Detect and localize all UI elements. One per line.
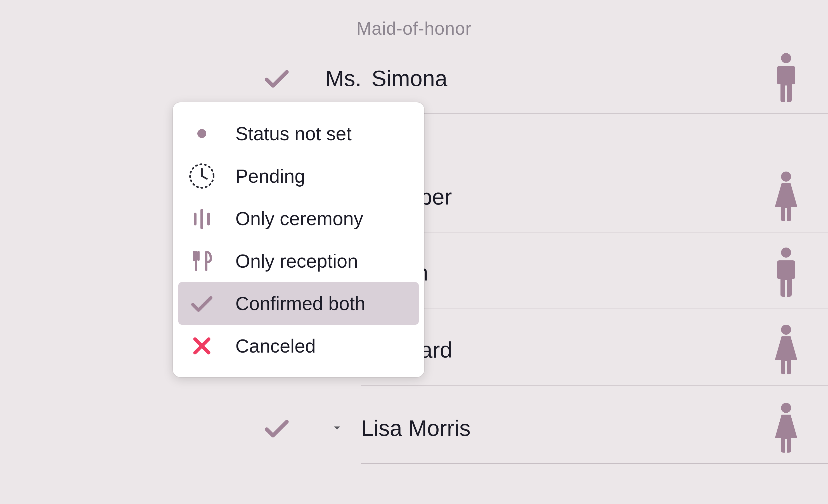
status-option-ceremony[interactable]: Only ceremony bbox=[173, 197, 424, 240]
male-icon[interactable] bbox=[772, 246, 800, 299]
check-icon bbox=[187, 289, 216, 318]
status-option-canceled[interactable]: Canceled bbox=[173, 325, 424, 367]
svg-point-3 bbox=[781, 325, 791, 335]
svg-point-5 bbox=[197, 129, 206, 138]
status-option-not-set[interactable]: Status not set bbox=[173, 112, 424, 155]
status-option-label: Only ceremony bbox=[235, 208, 363, 229]
status-option-label: Canceled bbox=[235, 335, 316, 357]
reception-icon bbox=[187, 246, 216, 275]
guest-title: Ms. bbox=[325, 66, 362, 90]
dot-icon bbox=[187, 119, 216, 148]
status-option-label: Pending bbox=[235, 165, 305, 187]
female-icon[interactable] bbox=[772, 323, 800, 376]
cancel-x-icon bbox=[187, 331, 216, 360]
status-option-reception[interactable]: Only reception bbox=[173, 240, 424, 282]
role-label: Maid-of-honor bbox=[0, 18, 828, 39]
row-divider bbox=[361, 232, 828, 232]
status-option-label: Confirmed both bbox=[235, 292, 365, 314]
female-icon[interactable] bbox=[772, 402, 800, 455]
guest-firstname: Simona bbox=[372, 66, 447, 90]
female-icon[interactable] bbox=[772, 170, 800, 223]
status-icon-area[interactable] bbox=[262, 63, 292, 93]
row-divider bbox=[361, 308, 828, 309]
guest-name[interactable]: Ms.Simona bbox=[325, 66, 447, 91]
guest-row: Lisa Morris bbox=[0, 411, 761, 445]
guest-name-text: Lisa Morris bbox=[361, 415, 470, 440]
status-dropdown: Status not set Pending Only ceremony bbox=[173, 102, 424, 377]
title-caret[interactable] bbox=[331, 422, 343, 434]
status-icon-area[interactable] bbox=[262, 413, 292, 443]
svg-line-8 bbox=[202, 176, 207, 179]
check-icon bbox=[262, 63, 292, 93]
status-option-pending[interactable]: Pending bbox=[173, 155, 424, 197]
svg-point-2 bbox=[781, 247, 791, 258]
check-icon bbox=[262, 413, 292, 443]
row-divider bbox=[361, 463, 828, 464]
row-divider bbox=[361, 385, 828, 385]
status-option-confirmed[interactable]: Confirmed both bbox=[178, 282, 419, 325]
guest-name[interactable]: Lisa Morris bbox=[361, 415, 470, 441]
svg-point-4 bbox=[781, 403, 791, 413]
guest-row: Ms.Simona bbox=[0, 61, 761, 95]
status-option-label: Only reception bbox=[235, 250, 358, 272]
chevron-down-icon bbox=[331, 422, 343, 434]
status-option-label: Status not set bbox=[235, 123, 351, 144]
svg-point-1 bbox=[781, 172, 791, 182]
ceremony-icon bbox=[187, 204, 216, 233]
svg-point-0 bbox=[781, 53, 791, 63]
male-icon[interactable] bbox=[772, 52, 800, 105]
pending-clock-icon bbox=[187, 162, 216, 190]
